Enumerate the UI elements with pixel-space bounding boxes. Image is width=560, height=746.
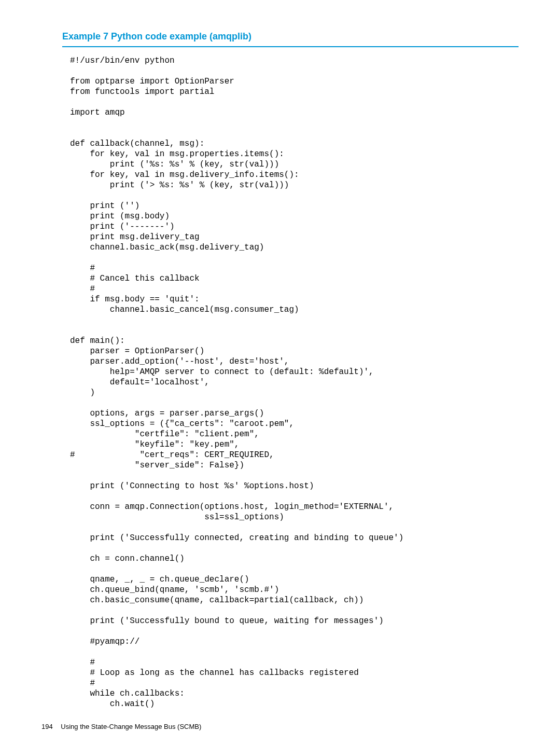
code-block: #!/usr/bin/env python from optparse impo… <box>70 56 519 709</box>
page-footer: 194 Using the State-Change Message Bus (… <box>41 723 201 730</box>
example-title: Example 7 Python code example (amqplib) <box>62 31 519 47</box>
page-number: 194 <box>41 723 53 730</box>
section-title: Using the State-Change Message Bus (SCMB… <box>61 723 201 730</box>
